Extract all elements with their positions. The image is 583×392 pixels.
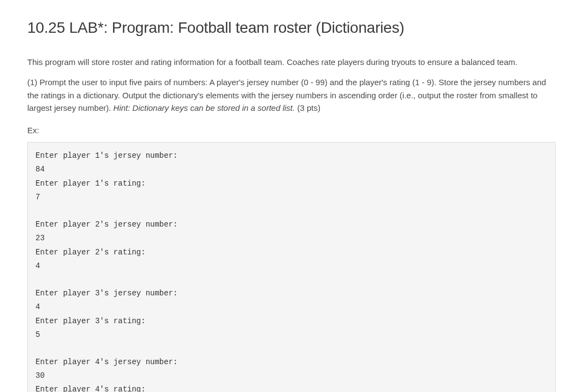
- step1-paragraph: (1) Prompt the user to input five pairs …: [27, 76, 556, 114]
- points-text: (3 pts): [295, 103, 320, 112]
- intro-paragraph: This program will store roster and ratin…: [27, 56, 556, 68]
- example-label: Ex:: [27, 124, 556, 136]
- page-title: 10.25 LAB*: Program: Football team roste…: [27, 16, 556, 39]
- code-example-block: Enter player 1's jersey number: 84 Enter…: [27, 142, 556, 392]
- hint-text: Hint: Dictionary keys can be stored in a…: [114, 103, 295, 112]
